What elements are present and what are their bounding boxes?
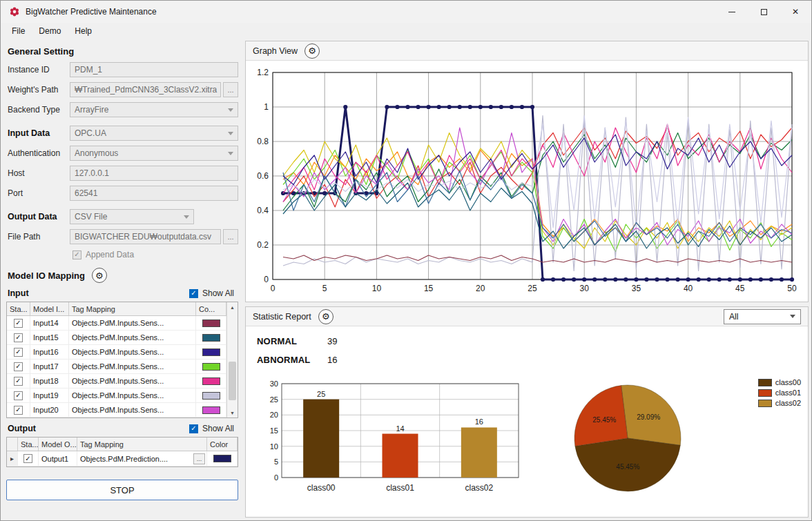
file-path-input[interactable]: BIGWATCHER EDU₩outputdata.csv [70,229,221,244]
scrollbar-thumb[interactable] [229,362,236,400]
input-row-checkbox[interactable]: ✓ [14,406,23,415]
scrollbar-track[interactable] [227,312,238,408]
legend-item: class02 [758,399,801,407]
input-mapping-row[interactable]: ✓Input20Objects.PdM.Inputs.Sens... [7,403,226,417]
series-color-swatch[interactable] [202,392,220,400]
input-mapping-row[interactable]: ✓Input15Objects.PdM.Inputs.Sens... [7,331,226,345]
tag-mapping-value: Objects.PdM.Prediction.... [80,455,168,463]
minimize-icon [728,12,735,12]
model-input-name: Input14 [30,316,69,330]
input-row-checkbox[interactable]: ✓ [14,348,23,357]
output-table-column-header[interactable]: Sta... [18,438,39,451]
close-button[interactable]: ✕ [780,1,811,23]
output-table-column-header[interactable]: Tag Mapping [77,438,207,451]
graph-settings-gear-icon[interactable]: ⚙ [304,43,320,59]
input-mapping-row[interactable]: ✓Input16Objects.PdM.Inputs.Sens... [7,345,226,360]
chevron-down-icon [184,215,189,219]
svg-text:50: 50 [787,284,797,293]
class-distribution-pie-chart: 29.09%45.45%25.45% [524,374,738,500]
instance-id-input[interactable]: PDM_1 [70,62,238,77]
model-input-name: Input16 [30,345,69,359]
input-table-column-header[interactable]: Model I... [30,302,69,315]
series-color-swatch[interactable] [202,334,220,342]
output-show-all-checkbox[interactable]: ✓ [189,424,198,433]
input-table-scrollbar[interactable]: ▲ ▼ [226,302,238,417]
app-logo-icon [9,6,20,17]
minimize-button[interactable] [716,1,748,23]
authentication-select[interactable]: Anonymous [70,146,238,161]
general-setting-title: General Setting [8,46,238,57]
input-mapping-row[interactable]: ✓Input14Objects.PdM.Inputs.Sens... [7,316,226,331]
legend-color-swatch [758,400,772,407]
backend-type-select[interactable]: ArrayFire [70,102,238,117]
port-label: Port [6,188,70,198]
series-color-swatch[interactable] [202,363,220,371]
svg-text:25: 25 [317,390,325,398]
series-color-swatch[interactable] [202,377,220,385]
menu-help[interactable]: Help [68,24,99,38]
input-row-checkbox[interactable]: ✓ [14,391,23,400]
legend-item: class00 [758,378,801,386]
input-table-column-header[interactable]: Tag Mapping [69,302,196,315]
input-protocol-select[interactable]: OPC.UA [70,126,238,141]
input-mapping-row[interactable]: ✓Input17Objects.PdM.Inputs.Sens... [7,360,226,374]
series-color-swatch[interactable] [202,406,220,414]
output-table-column-header[interactable]: Model O... [39,438,77,451]
weights-browse-button[interactable]: ... [223,82,238,97]
svg-text:0.6: 0.6 [257,171,269,181]
chevron-down-icon [228,108,233,112]
input-mapping-row[interactable]: ✓Input18Objects.PdM.Inputs.Sens... [7,374,226,389]
svg-text:15: 15 [270,426,278,435]
mapping-settings-gear-icon[interactable]: ⚙ [92,268,107,283]
host-input[interactable]: 127.0.0.1 [70,166,238,181]
output-data-title: Output Data [6,212,70,222]
file-path-label: File Path [6,232,70,242]
svg-text:0: 0 [274,473,278,482]
input-row-checkbox[interactable]: ✓ [14,362,23,371]
weights-path-input[interactable]: ₩Trained_PdmCNN36_3ClassV2.xitra [70,82,221,97]
append-data-checkbox[interactable]: ✓ [72,250,81,259]
input-row-checkbox[interactable]: ✓ [14,377,23,386]
output-table-column-header[interactable]: Color [207,438,238,451]
statistic-filter-select[interactable]: All [724,309,801,324]
svg-text:5: 5 [274,458,278,466]
append-data-label: Append Data [86,250,134,259]
input-mapping-row[interactable]: ✓Input19Objects.PdM.Inputs.Sens... [7,389,226,403]
output-table-header-row: Sta...Model O...Tag MappingColor [7,438,238,451]
file-path-browse-button[interactable]: ... [223,229,238,244]
backend-type-value: ArrayFire [75,105,108,115]
input-section-title: Input [6,288,29,298]
statistic-settings-gear-icon[interactable]: ⚙ [318,309,334,324]
input-row-checkbox[interactable]: ✓ [14,333,23,342]
svg-text:25: 25 [528,284,537,293]
maximize-button[interactable] [748,1,780,23]
legend-color-swatch [758,379,772,386]
statistic-report-title: Statistic Report [253,312,311,322]
menu-file[interactable]: File [5,24,32,38]
port-input[interactable]: 62541 [70,186,238,201]
legend-label: class00 [775,378,801,386]
scroll-up-icon[interactable]: ▲ [227,302,238,312]
menu-demo[interactable]: Demo [32,24,68,38]
series-color-swatch[interactable] [213,455,231,462]
input-table-column-header[interactable]: Co... [196,302,226,315]
legend-item: class01 [758,389,801,397]
tag-browse-button[interactable]: ... [193,453,205,464]
series-color-swatch[interactable] [202,320,220,327]
input-table-column-header[interactable]: Sta... [7,302,30,315]
output-format-select[interactable]: CSV File [70,209,194,224]
input-protocol-value: OPC.UA [75,128,106,138]
normal-label: NORMAL [257,336,327,346]
scroll-down-icon[interactable]: ▼ [227,408,238,417]
svg-text:30: 30 [580,284,590,293]
input-show-all-checkbox[interactable]: ✓ [189,289,198,298]
series-color-swatch[interactable] [202,348,220,356]
output-mapping-row[interactable]: ▸✓Output1Objects.PdM.Prediction....... [7,451,238,466]
output-row-checkbox[interactable]: ✓ [23,454,32,463]
stop-button[interactable]: STOP [6,480,238,500]
menubar: File Demo Help [1,23,811,39]
tag-mapping-value: Objects.PdM.Inputs.Sens... [69,345,196,359]
input-row-checkbox[interactable]: ✓ [14,319,23,328]
svg-text:15: 15 [424,284,434,293]
chevron-down-icon [228,152,233,155]
